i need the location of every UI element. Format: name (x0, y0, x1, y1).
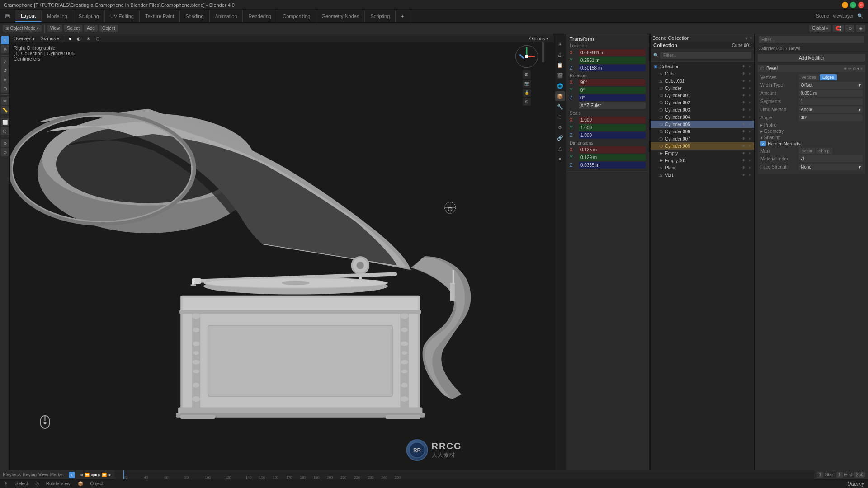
cyl004-render-icon[interactable]: ☀ (747, 114, 752, 120)
bevel-collapse[interactable]: ▾ (857, 66, 859, 71)
scale-x-field[interactable] (579, 117, 646, 123)
scene-collection-filter[interactable]: ▾ (745, 36, 748, 41)
add-menu[interactable]: Add (84, 25, 98, 32)
tab-animation[interactable]: Animation (210, 10, 243, 22)
viewport-gizmos-button[interactable]: Gizmos ▾ (38, 36, 61, 42)
viewport-shading-material[interactable]: ◐ (75, 36, 83, 42)
scale-tool-button[interactable]: ⇔ (1, 75, 9, 84)
render-icon[interactable]: ☀ (747, 64, 752, 69)
viewport-shading-solid[interactable]: ● (67, 36, 73, 42)
scene-collection-add[interactable]: + (750, 36, 752, 41)
select-tool-button[interactable]: ↖ (1, 36, 9, 44)
view-layer-props-button[interactable]: 📋 (555, 60, 565, 70)
cyl008-eye-icon[interactable]: 👁 (741, 143, 746, 149)
proportional-edit-button[interactable]: ⊙ (845, 25, 854, 32)
vertices-toggle-button[interactable]: Vertices (799, 74, 819, 80)
cyl005-eye-icon[interactable]: 👁 (741, 122, 746, 127)
dim-x-field[interactable] (579, 146, 646, 153)
extra-tool-2[interactable]: ⊘ (1, 148, 9, 156)
cylinder-eye-icon[interactable]: 👁 (741, 85, 746, 91)
move-tool-button[interactable]: ⤢ (1, 57, 9, 66)
outliner-item-collection[interactable]: ▣ Collection 👁 ☀ (651, 63, 754, 70)
tab-texture-paint[interactable]: Texture Paint (140, 10, 180, 22)
vert-eye-icon[interactable]: 👁 (741, 172, 746, 178)
cyl004-eye-icon[interactable]: 👁 (741, 114, 746, 120)
play-back-button[interactable]: ◀ (90, 473, 94, 477)
world-props-button[interactable]: 🌐 (555, 81, 565, 91)
rotate-tool-button[interactable]: ↺ (1, 66, 9, 75)
tab-rendering[interactable]: Rendering (243, 10, 277, 22)
viewport-options-button[interactable]: Options ▾ (528, 36, 550, 42)
dim-y-field[interactable] (579, 154, 646, 161)
scene-props-button[interactable]: 🎬 (555, 70, 565, 80)
cursor-tool-button[interactable]: ⊕ (1, 45, 9, 53)
tab-shading[interactable]: Shading (180, 10, 209, 22)
cyl001-eye-icon[interactable]: 👁 (741, 93, 746, 98)
loc-y-field[interactable] (579, 57, 646, 64)
render-props-button[interactable]: ☀ (555, 39, 565, 49)
outliner-item-cube[interactable]: △ Cube 👁 ☀ (651, 70, 754, 77)
amount-field[interactable] (799, 90, 863, 97)
outliner-item-cylinder008[interactable]: ⬡ Cylinder.008 👁 ☀ (651, 142, 754, 150)
eye-icon[interactable]: 👁 (741, 64, 746, 69)
width-type-select[interactable]: Offset ▾ (799, 82, 863, 89)
angle-field[interactable] (799, 114, 863, 121)
lock-camera-button[interactable]: 🔒 (523, 89, 531, 97)
cube-render-icon[interactable]: ☀ (747, 71, 752, 76)
physics-props-button[interactable]: ⚙ (555, 122, 565, 132)
measure-tool-button[interactable]: 📏 (1, 106, 9, 114)
plane-eye-icon[interactable]: 👁 (741, 165, 746, 170)
stop-button[interactable]: ■ (94, 473, 97, 477)
constraint-props-button[interactable]: 🔗 (555, 133, 565, 143)
close-button[interactable]: × (858, 2, 864, 8)
jump-end-button[interactable]: ⏭ (108, 473, 112, 477)
outliner-item-cylinder007[interactable]: ⬡ Cylinder.007 👁 ☀ (651, 135, 754, 142)
modifier-props-button[interactable]: 🔧 (555, 102, 565, 112)
end-frame-display[interactable]: 250 (854, 472, 865, 478)
zoom-to-fit-button[interactable]: ⊞ (523, 70, 531, 79)
rot-x-field[interactable] (579, 79, 646, 86)
blender-logo[interactable]: 🎮 (3, 11, 13, 21)
object-props-button[interactable]: 📦 (555, 91, 565, 101)
geometry-section-header[interactable]: Geometry (760, 129, 863, 134)
tab-add[interactable]: + (396, 10, 410, 22)
frame-number-display[interactable]: 1 (69, 472, 75, 478)
empty001-eye-icon[interactable]: 👁 (741, 158, 746, 163)
empty-eye-icon[interactable]: 👁 (741, 150, 746, 156)
seam-button[interactable]: Seam (799, 148, 815, 154)
outliner-item-empty[interactable]: ✚ Empty 👁 ☀ (651, 150, 754, 157)
add-cube-button[interactable]: ⬜ (1, 118, 9, 126)
global-transform-button[interactable]: Global ▾ (809, 25, 831, 32)
playback-menu[interactable]: Playback (3, 472, 21, 477)
step-back-button[interactable]: ⏪ (85, 473, 90, 477)
cube001-eye-icon[interactable]: 👁 (741, 78, 746, 84)
timeline-view-menu[interactable]: View (38, 472, 48, 477)
outliner-item-cylinder002[interactable]: ⬡ Cylinder.002 👁 ☀ (651, 99, 754, 106)
cyl007-eye-icon[interactable]: 👁 (741, 136, 746, 141)
edges-toggle-button[interactable]: Edges (820, 74, 837, 80)
snap-button[interactable]: 🧲 (833, 25, 844, 32)
toggle-perspective-button[interactable]: ⊙ (523, 98, 531, 106)
face-strength-select[interactable]: None ▾ (799, 164, 863, 170)
rot-z-field[interactable] (579, 94, 646, 101)
outliner-item-empty001[interactable]: ✚ Empty.001 👁 ☀ (651, 157, 754, 164)
bevel-delete[interactable]: × (860, 66, 863, 71)
keying-menu[interactable]: Keying (23, 472, 37, 477)
scale-z-field[interactable] (579, 132, 646, 139)
viewport-overlay-button[interactable]: Overlays ▾ (12, 36, 37, 42)
dim-z-field[interactable] (579, 162, 646, 169)
camera-view-button[interactable]: 📷 (523, 80, 531, 88)
vert-render-icon[interactable]: ☀ (747, 172, 752, 178)
scale-y-field[interactable] (579, 124, 646, 131)
shading-section-header[interactable]: Shading (760, 135, 863, 140)
extra-tool-1[interactable]: ⊗ (1, 139, 9, 147)
rot-y-field[interactable] (579, 87, 646, 94)
object-data-props-button[interactable]: △ (555, 143, 565, 153)
outliner-item-cylinder006[interactable]: ⬡ Cylinder.006 👁 ☀ (651, 128, 754, 135)
loc-x-field[interactable] (579, 49, 646, 56)
empty-render-icon[interactable]: ☀ (747, 150, 752, 156)
bevel-render-toggle[interactable]: ☀ (844, 66, 847, 71)
cyl006-render-icon[interactable]: ☀ (747, 129, 752, 134)
transform-pivot-button[interactable]: ◈ (856, 25, 865, 32)
bevel-edit-toggle[interactable]: ✏ (848, 66, 852, 71)
